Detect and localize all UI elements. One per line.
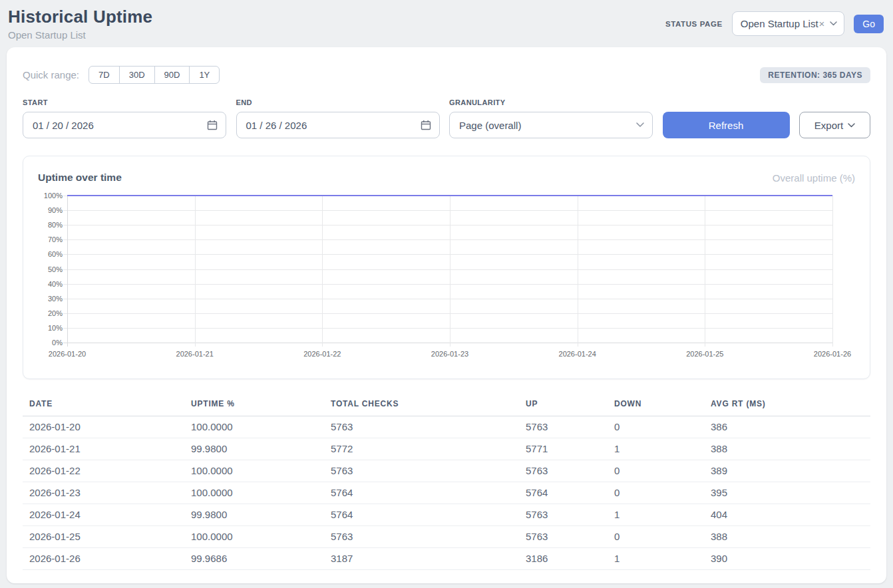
table-row: 2026-01-23100.0000576457640395 (23, 482, 870, 504)
y-axis-tick-label: 80% (48, 221, 63, 229)
uptime-line-series (67, 196, 832, 343)
uptime-table: DATEUPTIME %TOTAL CHECKSUPDOWNAVG RT (MS… (23, 395, 870, 570)
chart-header: Uptime over time Overall uptime (%) (38, 172, 855, 184)
y-axis-tick-label: 60% (48, 250, 63, 258)
page-header: Historical Uptime Open Startup List STAT… (0, 0, 893, 41)
clear-icon[interactable]: × (819, 18, 825, 29)
quick-range-row: Quick range: 7D30D90D1Y RETENTION: 365 D… (23, 66, 870, 84)
main-panel: Quick range: 7D30D90D1Y RETENTION: 365 D… (7, 47, 886, 583)
chart-body: 0%10%20%30%40%50%60%70%80%90%100% 2026-0… (38, 196, 855, 343)
refresh-button[interactable]: Refresh (663, 112, 790, 138)
uptime-chart-card: Uptime over time Overall uptime (%) 0%10… (23, 156, 870, 379)
calendar-icon[interactable] (421, 120, 431, 130)
x-axis-tick-label: 2026-01-24 (559, 350, 596, 358)
title-block: Historical Uptime Open Startup List (8, 7, 152, 41)
uptime-table-body: 2026-01-20100.00005763576303862026-01-21… (23, 416, 870, 570)
column-header: UPTIME % (184, 395, 324, 416)
y-axis-tick-label: 0% (52, 339, 63, 347)
page-subtitle: Open Startup List (8, 29, 152, 41)
table-row: 2026-01-2699.9686318731861390 (23, 548, 870, 570)
y-axis-tick-label: 90% (48, 206, 63, 214)
column-header: DATE (23, 395, 184, 416)
end-label: END (236, 98, 440, 106)
quick-range-7d-button[interactable]: 7D (89, 66, 120, 84)
table-header: DATEUPTIME %TOTAL CHECKSUPDOWNAVG RT (MS… (23, 395, 870, 416)
column-header: TOTAL CHECKS (324, 395, 519, 416)
status-page-label: STATUS PAGE (665, 20, 723, 28)
y-axis-tick-label: 70% (48, 235, 63, 243)
chevron-down-icon (830, 21, 837, 26)
controls-row: START 01 / 20 / 2026 END 01 / 26 / 2026 (23, 98, 870, 138)
chart-plot-area: 2026-01-202026-01-212026-01-222026-01-23… (67, 196, 832, 343)
y-axis-tick-label: 100% (44, 192, 63, 200)
x-axis-tick-label: 2026-01-23 (431, 350, 468, 358)
start-date-field: START 01 / 20 / 2026 (23, 98, 226, 138)
chevron-down-icon (636, 122, 644, 128)
quick-range-1y-button[interactable]: 1Y (189, 66, 220, 84)
column-header: AVG RT (MS) (704, 395, 870, 416)
header-controls: STATUS PAGE Open Startup List × Go (665, 11, 884, 36)
table-header-row: DATEUPTIME %TOTAL CHECKSUPDOWNAVG RT (MS… (23, 395, 870, 416)
retention-badge: RETENTION: 365 DAYS (760, 67, 870, 83)
x-axis-tick-label: 2026-01-26 (814, 350, 851, 358)
end-date-input[interactable]: 01 / 26 / 2026 (236, 112, 440, 138)
quick-range-90d-button[interactable]: 90D (154, 66, 190, 84)
v-gridline (832, 196, 833, 347)
end-date-value: 01 / 26 / 2026 (246, 120, 307, 131)
export-button[interactable]: Export (799, 112, 870, 138)
y-axis-tick-label: 50% (48, 265, 63, 273)
calendar-icon[interactable] (207, 120, 218, 130)
chart-x-axis: 2026-01-202026-01-212026-01-222026-01-23… (67, 350, 832, 359)
export-label: Export (814, 120, 843, 131)
y-axis-tick-label: 40% (48, 280, 63, 288)
table-row: 2026-01-25100.0000576357630388 (23, 526, 870, 548)
chart-title: Uptime over time (38, 172, 122, 184)
quick-range-left: Quick range: 7D30D90D1Y (23, 66, 220, 84)
table-row: 2026-01-2199.9800577257711388 (23, 438, 870, 460)
granularity-select[interactable]: Page (overall) (449, 112, 653, 138)
quick-range-30d-button[interactable]: 30D (119, 66, 155, 84)
y-axis-tick-label: 30% (48, 295, 63, 303)
column-header: DOWN (608, 395, 704, 416)
granularity-field: GRANULARITY Page (overall) (449, 98, 653, 138)
y-axis-tick-label: 20% (48, 309, 63, 317)
h-gridline (63, 343, 832, 343)
granularity-label: GRANULARITY (449, 98, 653, 106)
start-date-input[interactable]: 01 / 20 / 2026 (23, 112, 226, 138)
quick-range-label: Quick range: (23, 69, 79, 80)
x-axis-tick-label: 2026-01-22 (303, 350, 341, 358)
quick-range-group: 7D30D90D1Y (89, 66, 220, 84)
start-label: START (23, 98, 226, 106)
table-row: 2026-01-22100.0000576357630389 (23, 460, 870, 482)
table-row: 2026-01-20100.0000576357630386 (23, 416, 870, 438)
x-axis-tick-label: 2026-01-20 (49, 350, 86, 358)
y-axis-tick-label: 10% (48, 324, 63, 332)
status-page-selected-value: Open Startup List (741, 18, 818, 29)
column-header: UP (519, 395, 608, 416)
x-axis-tick-label: 2026-01-25 (686, 350, 723, 358)
chevron-down-icon (848, 123, 855, 128)
status-page-select[interactable]: Open Startup List × (732, 11, 845, 36)
page-title: Historical Uptime (8, 7, 152, 27)
granularity-value: Page (overall) (459, 120, 521, 131)
chart-legend: Overall uptime (%) (773, 172, 855, 184)
end-date-field: END 01 / 26 / 2026 (236, 98, 440, 138)
go-button[interactable]: Go (854, 15, 884, 33)
x-axis-tick-label: 2026-01-21 (176, 350, 214, 358)
start-date-value: 01 / 20 / 2026 (33, 120, 94, 131)
table-row: 2026-01-2499.9800576457631404 (23, 504, 870, 526)
